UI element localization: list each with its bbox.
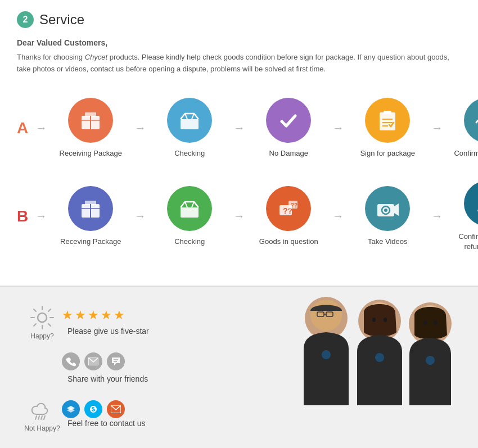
flow-a-icon-2: [167, 98, 212, 143]
flow-a-icon-4: [365, 98, 410, 143]
flow-a-item-2: Checking: [150, 98, 229, 159]
section-title: Service: [39, 12, 84, 28]
flow-b-icon-4: [365, 186, 410, 231]
star-row: ★ ★ ★ ★ ★: [62, 308, 247, 323]
flow-a-icon-5: [464, 98, 478, 143]
star-1: ★: [62, 308, 73, 323]
arrow-a-start: →: [35, 121, 47, 134]
contact-text: Feel free to contact us: [67, 419, 146, 428]
flow-b-label-2: Checking: [174, 237, 205, 247]
flow-b-label-1: Receving Package: [60, 237, 121, 247]
svg-point-56: [372, 318, 376, 322]
box-icon-a: [77, 107, 104, 134]
question-icon-b: ?? ??: [275, 195, 302, 222]
happy-block: Happy? ★ ★ ★ ★ ★ Please give us five-sta…: [22, 304, 247, 340]
bottom-left: Happy? ★ ★ ★ ★ ★ Please give us five-sta…: [0, 287, 264, 448]
svg-point-57: [384, 318, 387, 322]
share-block: Share with your friends: [22, 352, 247, 384]
svg-line-43: [41, 416, 42, 419]
share-text: Share with your friends: [67, 374, 148, 383]
cloud-rain-icon: [29, 396, 56, 423]
flow-b-item-3: ?? ?? Goods in question: [249, 186, 328, 247]
box-icon-b: [77, 195, 104, 222]
arrow-b-4: →: [431, 210, 443, 223]
svg-rect-16: [181, 207, 199, 218]
arrow-b-2: →: [233, 210, 245, 223]
svg-point-62: [434, 320, 437, 325]
people-svg: [270, 287, 472, 405]
flow-a-row: A → Receiving Package →: [17, 98, 461, 159]
svg-line-34: [48, 324, 51, 326]
flow-b-icon-3: ?? ??: [266, 186, 311, 231]
arrow-b-start: →: [35, 210, 47, 223]
chat-icon[interactable]: [107, 352, 125, 370]
flow-b-icon-1: [68, 186, 113, 231]
arrow-a-2: →: [233, 121, 245, 134]
happy-label: Happy?: [30, 332, 53, 340]
flow-a-label-4: Sign for package: [360, 148, 415, 159]
star-2: ★: [75, 308, 86, 323]
flow-b-label-4: Take Videos: [368, 237, 408, 247]
camera-icon-b: [374, 195, 401, 222]
share-content: Share with your friends: [62, 352, 247, 384]
star-3: ★: [88, 308, 99, 323]
openbox-icon-a: [176, 107, 203, 134]
flow-a-label-1: Receiving Package: [60, 148, 122, 159]
intro-body-start: Thanks for choosing: [17, 53, 85, 61]
not-happy-icon-area: Not Happy?: [22, 396, 62, 432]
happy-content: ★ ★ ★ ★ ★ Please give us five-star: [62, 308, 247, 336]
arrow-a-3: →: [332, 121, 344, 134]
chat-svg: [111, 356, 121, 366]
social-icons: [62, 352, 247, 370]
email-icon[interactable]: [84, 352, 102, 370]
svg-line-42: [38, 416, 39, 419]
svg-line-35: [48, 309, 51, 311]
contact-email-svg: [111, 405, 121, 413]
svg-line-36: [34, 324, 36, 326]
contact-icon-2[interactable]: [84, 400, 102, 418]
flow-b-label-3: Goods in question: [259, 237, 318, 247]
arrow-b-3: →: [332, 210, 344, 223]
flow-b-item-1: Receving Package: [51, 186, 130, 247]
svg-line-41: [35, 416, 37, 419]
email-svg: [88, 358, 98, 365]
arrow-b-1: →: [134, 210, 146, 223]
svg-marker-46: [67, 408, 75, 413]
contact-icon-3[interactable]: [107, 400, 125, 418]
handshake-icon-a: [473, 107, 478, 134]
flow-b-section: B → Receving Package →: [17, 175, 461, 269]
svg-point-58: [375, 353, 384, 362]
flow-b-items: Receving Package → Checking: [51, 181, 478, 252]
svg-point-28: [38, 313, 47, 322]
call-svg: [66, 356, 76, 366]
flow-a-icon-1: [68, 98, 113, 143]
sun-icon: [29, 304, 56, 331]
flow-b-item-4: Take Videos: [348, 186, 427, 247]
flow-b-icon-2: [167, 186, 212, 231]
skype-svg: [89, 405, 98, 414]
contact-icon-1[interactable]: [62, 400, 80, 418]
flow-b-row: B → Receving Package →: [17, 181, 461, 252]
check-icon-a: [275, 107, 302, 134]
call-icon[interactable]: [62, 352, 80, 370]
star-4: ★: [101, 308, 112, 323]
svg-line-44: [44, 416, 45, 419]
section-header: 2 Service: [17, 11, 461, 28]
flow-a-label-3: No Damage: [269, 148, 308, 159]
flow-a-item-1: Receiving Package: [51, 98, 130, 159]
svg-marker-24: [394, 203, 399, 216]
star-5: ★: [114, 308, 125, 323]
flow-b-icon-5: $: [464, 181, 478, 226]
not-happy-block: Not Happy?: [22, 396, 247, 432]
money-icon-b: $: [473, 190, 478, 217]
dropbox-svg: [66, 404, 76, 414]
intro-body: Thanks for choosing Chycet products. Ple…: [17, 52, 461, 75]
svg-point-61: [423, 320, 427, 325]
openbox-icon-b: [176, 195, 203, 222]
arrow-a-1: →: [134, 121, 146, 134]
top-section: 2 Service Dear Valued Customers, Thanks …: [0, 0, 478, 286]
clipboard-icon-a: [374, 107, 401, 134]
flow-a-label: A: [17, 119, 28, 137]
flow-b-item-2: Checking: [150, 186, 229, 247]
flow-b-item-5: $ Confirm problem,refund money: [447, 181, 478, 252]
